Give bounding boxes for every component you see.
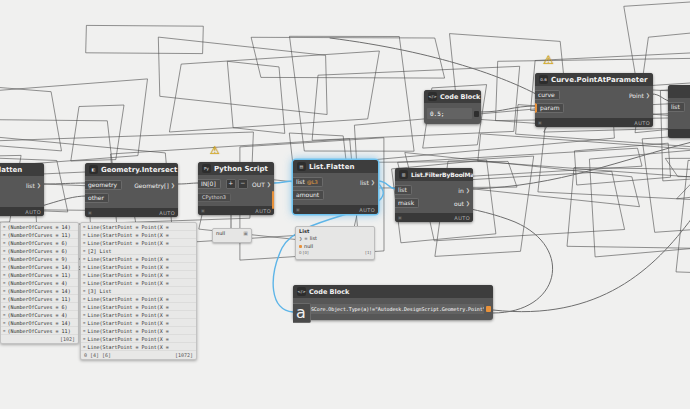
list-item[interactable]: ≡ (NumberOfCurves = 14) [1,287,78,295]
list-item[interactable]: ≡ Line(StartPoint = Point(X = [81,335,196,343]
node-title[interactable]: Py Python Script [198,162,274,175]
lacing-label[interactable]: AUTO [634,120,650,126]
input-port-list[interactable]: list [668,102,685,112]
list-item[interactable]: ≡ Line(StartPoint = Point(X = [81,223,196,231]
list-item[interactable]: ≡ Line(StartPoint = Point(X = [81,295,196,303]
list-item[interactable]: ≡ [3] List [81,287,196,295]
node-flatten-left[interactable]: t.Flatten list ❯ ▣ AUTO [0,163,44,216]
list-item[interactable]: ≡ Line(StartPoint = Point(X = [81,327,196,335]
pin-icon[interactable]: ▣ [243,230,248,236]
input-port-param[interactable]: param [535,103,564,113]
list-item[interactable]: ≡ (NumberOfCurves = 6) [1,247,78,255]
wire-filter-in-to-right[interactable] [473,142,690,189]
wire-flatten-to-intersect[interactable] [44,183,86,184]
input-port-mask[interactable]: mask [395,198,419,208]
input-port-curve[interactable]: curve [535,90,560,100]
wire-python-to-flatten-selected[interactable] [274,181,294,183]
node-curve-point-at-parameter[interactable]: 0.6 Curve.PointAtParameter curve Point ❯… [535,73,653,127]
list-item[interactable]: ≡ (NumberOfCurves = 9) [1,255,78,263]
lacing-label[interactable]: AUTO [454,215,470,221]
node-title[interactable]: t.Flatten [0,163,44,176]
node-title[interactable]: 0.6 Curve.PointAtParameter [535,73,653,86]
output-port[interactable] [474,111,479,117]
list-item[interactable]: ≡ (NumberOfCurves = 4) [1,279,78,287]
node-python-script[interactable]: Py Python Script IN[0] + − OUT ❯ CPython… [198,162,274,215]
list-item[interactable]: ≡ [2] List [81,247,196,255]
node-code-block-bottom[interactable]: </> Code Block a DSCore.Object.Type(a)!=… [293,285,493,320]
wire-point-to-right-node[interactable] [652,94,669,101]
list-item[interactable]: ≡ Line(StartPoint = Point(X = [81,255,196,263]
input-port-in0[interactable]: IN[0] [198,179,221,189]
node-title[interactable]: </> Code Block [424,90,481,103]
lacing-label[interactable]: AUTO [255,208,271,214]
list-item[interactable]: ≡ (NumberOfCurves = 11) [1,231,78,239]
flatten-preview-bubble[interactable]: List ❯ ≡ list null 0 [0] [1] [295,226,375,260]
output-port-in[interactable]: in ❯ [458,187,473,194]
remove-input-button[interactable]: − [238,179,248,189]
node-title[interactable]: </> Code Block [293,285,493,298]
list-item[interactable]: ≡ (NumberOfCurves = 11) [1,295,78,303]
preview-panel-numberofcurves[interactable]: ≡ (NumberOfCurves = 14) ≡ (NumberOfCurve… [0,222,79,344]
dynamo-graph-canvas[interactable]: t.Flatten list ❯ ▣ AUTO ◧ Geometry.Inter… [0,0,690,409]
list-item[interactable]: ≡ Line(StartPoint = Point(X = [81,263,196,271]
input-port-other[interactable]: other [85,193,109,203]
input-port-list[interactable]: list @L3 [293,177,323,187]
lacing-label[interactable]: AUTO [159,210,175,216]
input-port-geometry[interactable]: geometry [85,180,122,190]
list-item[interactable]: ≡ Line(StartPoint = Point(X = [81,343,196,351]
add-input-button[interactable]: + [226,179,236,189]
list-item[interactable]: ≡ (NumberOfCurves = 6) [1,303,78,311]
node-code-block-top[interactable]: </> Code Block 0.5; [424,90,481,124]
preview-toggle-icon[interactable]: ▣ [538,120,542,125]
wire-to-curve-input[interactable] [330,38,536,94]
list-item[interactable]: ≡ (NumberOfCurves = 14) [1,223,78,231]
node-title[interactable]: ▥ List.FilterByBoolMask [395,168,473,181]
python-preview-bubble[interactable]: null ▣ [212,228,252,243]
list-item[interactable]: ≡ (NumberOfCurves = 14) [1,263,78,271]
wire-flatten-to-filter-selected[interactable] [378,181,396,189]
code-editor[interactable]: 0.5; [427,108,472,119]
node-title[interactable]: ◧ Geometry.Intersect [85,163,178,176]
preview-toggle-icon[interactable]: ▣ [398,215,402,220]
list-item[interactable]: ≡ Line(StartPoint = Point(X = [81,319,196,327]
wire-codeblock2-out-right[interactable] [493,218,690,312]
list-item[interactable]: ≡ Line(StartPoint = Point(X = [81,311,196,319]
node-geometry-intersect[interactable]: ◧ Geometry.Intersect geometry Geometry[]… [85,163,178,217]
node-list-flatten[interactable]: ▤ List.Flatten list @L3 list ❯ amount ▣ … [293,160,378,214]
list-item[interactable]: ≡ (NumberOfCurves = 4) [1,311,78,319]
output-port-list[interactable]: list ❯ [26,182,44,189]
input-port-amount[interactable]: amount [293,190,324,200]
preview-panel-lines[interactable]: ≡ Line(StartPoint = Point(X = ≡ Line(Sta… [80,222,197,360]
preview-toggle-icon[interactable]: ▣ [201,208,205,213]
list-item[interactable]: ≡ Line(StartPoint = Point(X = [81,271,196,279]
warning-icon[interactable]: ⚠ [543,54,554,66]
node-title[interactable] [668,85,690,98]
output-port-geometry-array[interactable]: Geometry[] ❯ [134,182,178,189]
list-item[interactable]: ≡ Line(StartPoint = Point(X = [81,239,196,247]
lacing-label[interactable]: AUTO [25,209,41,215]
preview-toggle-icon[interactable]: ▣ [88,210,92,215]
output-port-out[interactable]: OUT ❯ [252,181,274,188]
lacing-label[interactable]: AUTO [359,207,375,213]
output-port-point[interactable]: Point ❯ [629,92,653,99]
output-port[interactable] [486,306,491,312]
wire-codeblock-to-param[interactable] [481,106,536,112]
list-item[interactable]: ≡ (NumberOfCurves = 14) [1,319,78,327]
expand-chevron-icon[interactable]: ❯ [299,236,302,241]
node-right-partial[interactable]: list [668,85,690,138]
node-filter-by-bool-mask[interactable]: ▥ List.FilterByBoolMask list in ❯ mask o… [395,168,473,222]
list-item[interactable]: ≡ (NumberOfCurves = 6) [1,239,78,247]
wire-intersect-to-python[interactable] [178,183,199,184]
list-level-badge[interactable]: @L3 [307,180,318,185]
input-port-a[interactable]: a [293,303,311,323]
node-title[interactable]: ▤ List.Flatten [293,160,378,173]
list-item[interactable]: ≡ (NumberOfCurves = 11) [1,271,78,279]
code-editor[interactable]: DSCore.Object.Type(a)!="Autodesk.DesignS… [305,304,484,314]
python-engine-selector[interactable]: CPython3 [198,193,231,202]
output-port-list[interactable]: list ❯ [360,179,378,186]
list-item[interactable]: ≡ Line(StartPoint = Point(X = [81,231,196,239]
list-item[interactable]: ≡ Line(StartPoint = Point(X = [81,279,196,287]
list-item[interactable]: ≡ Line(StartPoint = Point(X = [81,303,196,311]
output-port-out[interactable]: out ❯ [454,200,473,207]
preview-toggle-icon[interactable]: ▣ [296,207,300,212]
